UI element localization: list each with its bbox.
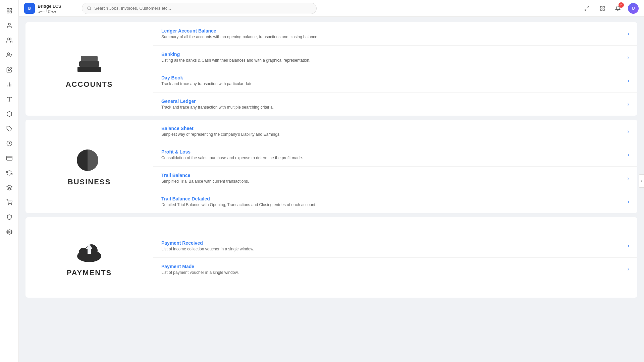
- balance-sheet-desc: Simplest way of representing the company…: [161, 132, 624, 137]
- payment-received-item[interactable]: Payment Received List of income collecti…: [153, 234, 637, 258]
- chevron-right-icon: ›: [628, 243, 629, 249]
- layers-icon[interactable]: [3, 181, 16, 194]
- business-icon-area: BUSINESS: [25, 120, 153, 213]
- chevron-right-icon: ›: [628, 266, 629, 272]
- user-avatar[interactable]: U: [628, 3, 639, 14]
- box-icon[interactable]: [3, 107, 16, 121]
- ledger-account-balance-text: Ledger Account Balance Summary of all th…: [161, 28, 624, 39]
- chevron-right-icon: ›: [628, 152, 629, 158]
- main-area: B Bridge LCS بريدج لسس 2 U: [19, 0, 644, 362]
- app-name: Bridge LCS: [38, 4, 61, 9]
- payments-icon: [74, 238, 104, 264]
- trail-balance-detailed-text: Trail Balance Detailed Detailed Trial Ba…: [161, 196, 624, 207]
- refresh-icon[interactable]: [3, 166, 16, 180]
- svg-rect-2: [7, 11, 9, 13]
- svg-rect-26: [600, 6, 602, 8]
- svg-point-4: [8, 23, 10, 25]
- svg-rect-28: [600, 9, 602, 10]
- topbar: B Bridge LCS بريدج لسس 2 U: [19, 0, 644, 17]
- tag-icon[interactable]: [3, 122, 16, 135]
- expand-icon[interactable]: [582, 3, 592, 14]
- general-ledger-text: General Ledger Track and trace any trans…: [161, 99, 624, 110]
- banking-desc: Listing all the banks & Cash with their …: [161, 58, 624, 63]
- chevron-right-icon: ›: [628, 175, 629, 181]
- svg-rect-16: [6, 156, 12, 160]
- accounts-icon: [74, 49, 104, 76]
- search-bar[interactable]: [82, 3, 317, 14]
- svg-line-24: [587, 6, 589, 8]
- payments-icon-area: PAYMENTS: [25, 217, 153, 298]
- shield-icon[interactable]: [3, 210, 16, 224]
- svg-point-20: [11, 204, 12, 205]
- day-book-title: Day Book: [161, 75, 624, 80]
- ledger-account-balance-title: Ledger Account Balance: [161, 28, 624, 34]
- logo-image: B: [24, 3, 35, 14]
- card-icon[interactable]: [3, 152, 16, 165]
- balance-sheet-text: Balance Sheet Simplest way of representi…: [161, 126, 624, 137]
- trail-balance-item[interactable]: Trail Balance Simplified Trial Balance w…: [153, 167, 637, 190]
- payments-items: Payment Received List of income collecti…: [153, 217, 637, 298]
- payment-received-desc: List of income collection voucher in a s…: [161, 247, 624, 251]
- grid-apps-icon[interactable]: [597, 3, 608, 14]
- text-icon[interactable]: [3, 93, 16, 106]
- banking-text: Banking Listing all the banks & Cash wit…: [161, 52, 624, 63]
- svg-point-22: [88, 6, 91, 9]
- svg-rect-31: [79, 61, 99, 67]
- notification-icon[interactable]: 2: [612, 3, 623, 14]
- grid-icon[interactable]: [3, 4, 16, 17]
- app-arabic: بريدج لسس: [38, 9, 61, 13]
- payment-made-item[interactable]: Payment Made List of payment voucher in …: [153, 258, 637, 281]
- accounts-card: ACCOUNTS Ledger Account Balance Summary …: [25, 22, 637, 116]
- payments-label: PAYMENTS: [67, 268, 112, 277]
- general-ledger-desc: Track and trace any transaction with mul…: [161, 105, 624, 110]
- user-add-icon[interactable]: [3, 48, 16, 62]
- user-icon[interactable]: [3, 19, 16, 32]
- svg-point-19: [8, 204, 9, 205]
- trail-balance-detailed-item[interactable]: Trail Balance Detailed Detailed Trial Ba…: [153, 190, 637, 213]
- chevron-right-icon: ›: [628, 199, 629, 205]
- svg-rect-29: [603, 9, 604, 10]
- chevron-right-icon: ›: [628, 101, 629, 107]
- profit-loss-text: Profit & Loss Consolidation of the sales…: [161, 149, 624, 160]
- svg-line-25: [585, 9, 587, 10]
- profit-loss-item[interactable]: Profit & Loss Consolidation of the sales…: [153, 143, 637, 167]
- cart-icon[interactable]: [3, 196, 16, 209]
- settings-icon[interactable]: [3, 225, 16, 239]
- payment-made-title: Payment Made: [161, 264, 624, 269]
- payment-made-text: Payment Made List of payment voucher in …: [161, 264, 624, 275]
- day-book-item[interactable]: Day Book Track and trace any transaction…: [153, 69, 637, 93]
- ledger-account-balance-desc: Summary of all the accounts with an open…: [161, 35, 624, 39]
- profit-loss-desc: Consolidation of the sales, purchase and…: [161, 156, 624, 160]
- edit-icon[interactable]: [3, 63, 16, 76]
- svg-point-6: [7, 53, 9, 55]
- trail-balance-detailed-title: Trail Balance Detailed: [161, 196, 624, 201]
- accounts-items: Ledger Account Balance Summary of all th…: [153, 22, 637, 116]
- balance-sheet-item[interactable]: Balance Sheet Simplest way of representi…: [153, 120, 637, 143]
- balance-sheet-title: Balance Sheet: [161, 126, 624, 131]
- ledger-account-balance-item[interactable]: Ledger Account Balance Summary of all th…: [153, 22, 637, 46]
- general-ledger-item[interactable]: General Ledger Track and trace any trans…: [153, 93, 637, 116]
- clock-icon[interactable]: [3, 137, 16, 150]
- right-collapse-handle[interactable]: ‹: [639, 174, 644, 188]
- svg-marker-18: [7, 185, 12, 188]
- chart-icon[interactable]: [3, 78, 16, 91]
- svg-rect-30: [77, 67, 101, 72]
- payment-received-text: Payment Received List of income collecti…: [161, 240, 624, 251]
- svg-line-23: [90, 9, 91, 10]
- chevron-right-icon: ›: [628, 54, 629, 60]
- accounts-label: ACCOUNTS: [66, 80, 113, 89]
- trail-balance-desc: Simplified Trial Balance with current tr…: [161, 179, 624, 184]
- business-label: BUSINESS: [68, 178, 111, 186]
- banking-item[interactable]: Banking Listing all the banks & Cash wit…: [153, 46, 637, 69]
- svg-point-36: [86, 244, 98, 256]
- content: ACCOUNTS Ledger Account Balance Summary …: [19, 17, 644, 362]
- trail-balance-detailed-desc: Detailed Trial Balance with Opening, Tra…: [161, 202, 624, 207]
- sidebar: [0, 0, 19, 362]
- chevron-right-icon: ›: [628, 78, 629, 84]
- business-card: BUSINESS Balance Sheet Simplest way of r…: [25, 120, 637, 213]
- users-icon[interactable]: [3, 34, 16, 47]
- search-input[interactable]: [94, 6, 312, 11]
- general-ledger-title: General Ledger: [161, 99, 624, 104]
- svg-rect-27: [603, 6, 604, 8]
- svg-point-5: [7, 38, 9, 40]
